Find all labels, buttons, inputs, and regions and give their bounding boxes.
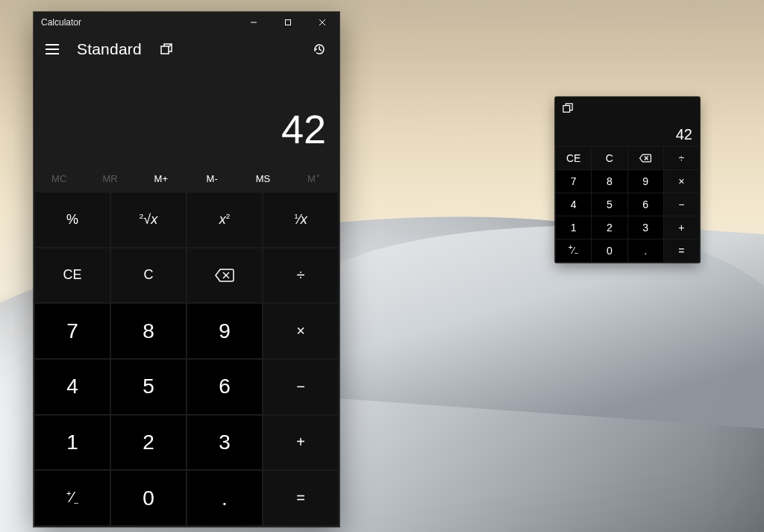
- memory-list-button[interactable]: M˅: [289, 166, 339, 191]
- digit-1-button[interactable]: 1: [35, 416, 110, 470]
- restore-icon: [563, 103, 573, 113]
- subtract-button[interactable]: −: [263, 360, 338, 414]
- compact-sign-label: +∕−: [569, 243, 579, 257]
- clear-button[interactable]: C: [111, 248, 186, 303]
- digit-5-button[interactable]: 5: [111, 360, 186, 414]
- svg-rect-1: [286, 20, 291, 25]
- compact-eq-button[interactable]: =: [664, 240, 699, 262]
- digit-8-button[interactable]: 8: [111, 304, 186, 358]
- calculator-keypad: % 2√x x2 1∕x CE C ÷ 7 8 9 × 4 5 6 − 1 2 …: [34, 191, 339, 527]
- recip-label: 1∕x: [294, 212, 307, 228]
- backspace-button[interactable]: [187, 248, 262, 303]
- compact-add-button[interactable]: +: [664, 216, 699, 239]
- sqrt-label: 2√x: [140, 212, 157, 228]
- compact-back-button[interactable]: [628, 147, 663, 169]
- memory-row: MC MR M+ M- MS M˅: [34, 166, 339, 191]
- digit-3-button[interactable]: 3: [187, 416, 262, 470]
- digit-4-button[interactable]: 4: [35, 360, 110, 414]
- window-close-button[interactable]: [305, 12, 339, 33]
- compact-dot-button[interactable]: .: [628, 240, 663, 262]
- digit-2-button[interactable]: 2: [111, 416, 186, 470]
- square-label: x2: [219, 212, 231, 228]
- compact-4-button[interactable]: 4: [556, 193, 591, 216]
- result-display: 42: [34, 66, 339, 166]
- compact-div-button[interactable]: ÷: [664, 147, 699, 169]
- compact-0-button[interactable]: 0: [592, 240, 627, 262]
- compact-keypad: CE C ÷ 7 8 9 × 4 5 6 − 1 2 3 + +∕− 0 . =: [555, 146, 700, 263]
- digit-9-button[interactable]: 9: [187, 304, 262, 358]
- multiply-button[interactable]: ×: [263, 304, 338, 358]
- memory-recall-button[interactable]: MR: [84, 166, 135, 191]
- close-icon: [319, 19, 326, 26]
- window-maximize-button[interactable]: [271, 12, 305, 33]
- square-button[interactable]: x2: [187, 193, 262, 247]
- memory-store-button[interactable]: MS: [237, 166, 288, 191]
- digit-6-button[interactable]: 6: [187, 360, 262, 414]
- memory-clear-button[interactable]: MC: [34, 166, 84, 191]
- keep-on-top-button[interactable]: [154, 37, 179, 62]
- compact-display: 42: [555, 119, 700, 146]
- compact-5-button[interactable]: 5: [592, 193, 627, 216]
- compact-mul-button[interactable]: ×: [664, 170, 699, 193]
- svg-rect-11: [563, 106, 570, 113]
- keep-on-top-icon: [160, 43, 172, 55]
- backspace-icon: [215, 269, 234, 282]
- compact-sign-button[interactable]: +∕−: [556, 240, 591, 262]
- history-button[interactable]: [307, 37, 332, 62]
- divide-button[interactable]: ÷: [263, 248, 338, 303]
- percent-label: %: [66, 212, 78, 228]
- compact-2-button[interactable]: 2: [592, 216, 627, 239]
- compact-8-button[interactable]: 8: [592, 170, 627, 193]
- digit-0-button[interactable]: 0: [111, 471, 186, 525]
- compact-restore-button[interactable]: [560, 100, 576, 116]
- compact-ce-button[interactable]: CE: [556, 147, 591, 169]
- compact-7-button[interactable]: 7: [556, 170, 591, 193]
- sign-button[interactable]: +∕−: [35, 471, 110, 525]
- calculator-header: Standard: [34, 33, 339, 66]
- compact-sub-button[interactable]: −: [664, 193, 699, 216]
- equals-button[interactable]: =: [263, 471, 338, 525]
- memory-add-button[interactable]: M+: [136, 166, 187, 191]
- compact-c-button[interactable]: C: [592, 147, 627, 169]
- compact-backspace-icon: [639, 154, 651, 163]
- window-title: Calculator: [41, 17, 81, 28]
- calculator-window: Calculator Standard: [34, 12, 339, 527]
- clear-entry-button[interactable]: CE: [35, 248, 110, 303]
- compact-header: [555, 97, 700, 119]
- history-icon: [313, 43, 326, 56]
- add-button[interactable]: +: [263, 416, 338, 470]
- reciprocal-button[interactable]: 1∕x: [263, 193, 338, 247]
- hamburger-menu-button[interactable]: [40, 37, 65, 62]
- compact-6-button[interactable]: 6: [628, 193, 663, 216]
- percent-button[interactable]: %: [35, 193, 110, 247]
- mode-label: Standard: [77, 40, 142, 58]
- decimal-button[interactable]: .: [187, 471, 262, 525]
- compact-9-button[interactable]: 9: [628, 170, 663, 193]
- memory-sub-button[interactable]: M-: [187, 166, 237, 191]
- minimize-icon: [250, 19, 257, 26]
- maximize-icon: [284, 19, 292, 26]
- digit-7-button[interactable]: 7: [35, 304, 110, 358]
- svg-rect-7: [161, 46, 169, 54]
- hamburger-icon: [46, 44, 59, 54]
- compact-3-button[interactable]: 3: [628, 216, 663, 239]
- window-titlebar[interactable]: Calculator: [34, 12, 339, 33]
- sign-label: +∕−: [66, 489, 78, 507]
- calculator-compact-window: 42 CE C ÷ 7 8 9 × 4 5 6 − 1 2 3 + +∕− 0 …: [555, 97, 700, 263]
- square-root-button[interactable]: 2√x: [111, 193, 186, 247]
- compact-1-button[interactable]: 1: [556, 216, 591, 239]
- window-minimize-button[interactable]: [237, 12, 271, 33]
